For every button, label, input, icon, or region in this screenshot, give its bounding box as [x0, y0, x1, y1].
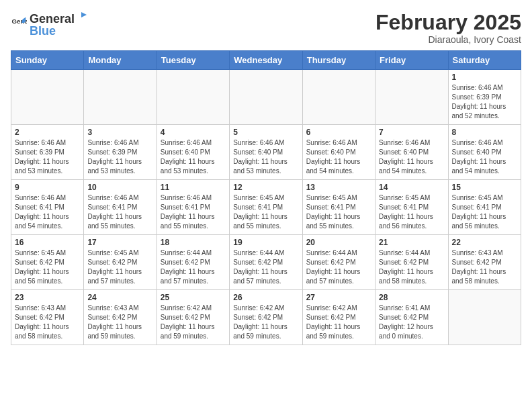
day-info: Sunrise: 6:43 AM Sunset: 6:42 PM Dayligh…: [87, 304, 152, 341]
day-number: 3: [87, 128, 152, 137]
day-number: 1: [452, 73, 517, 82]
day-info: Sunrise: 6:46 AM Sunset: 6:39 PM Dayligh…: [452, 83, 517, 121]
calendar-week-5: 23Sunrise: 6:43 AM Sunset: 6:42 PM Dayli…: [11, 290, 521, 345]
calendar-day: 4Sunrise: 6:46 AM Sunset: 6:40 PM Daylig…: [157, 125, 229, 180]
day-number: 15: [452, 183, 517, 192]
calendar-day: 12Sunrise: 6:45 AM Sunset: 6:41 PM Dayli…: [230, 180, 302, 235]
calendar-day: 1Sunrise: 6:46 AM Sunset: 6:39 PM Daylig…: [448, 70, 521, 125]
calendar-day: 13Sunrise: 6:45 AM Sunset: 6:41 PM Dayli…: [302, 180, 375, 235]
day-number: 26: [233, 293, 298, 302]
logo-blue-text: Blue: [30, 25, 87, 37]
calendar-day: 27Sunrise: 6:42 AM Sunset: 6:42 PM Dayli…: [302, 290, 375, 345]
day-number: 27: [306, 293, 371, 302]
calendar-day: 10Sunrise: 6:46 AM Sunset: 6:41 PM Dayli…: [84, 180, 157, 235]
calendar-day: 11Sunrise: 6:46 AM Sunset: 6:41 PM Dayli…: [157, 180, 229, 235]
day-number: 24: [87, 293, 152, 302]
day-info: Sunrise: 6:45 AM Sunset: 6:41 PM Dayligh…: [452, 193, 517, 231]
weekday-header-sunday: Sunday: [11, 51, 84, 70]
day-number: 11: [161, 183, 226, 192]
calendar-table: SundayMondayTuesdayWednesdayThursdayFrid…: [11, 50, 521, 345]
day-info: Sunrise: 6:46 AM Sunset: 6:40 PM Dayligh…: [379, 138, 444, 176]
day-info: Sunrise: 6:46 AM Sunset: 6:41 PM Dayligh…: [15, 193, 80, 231]
calendar-day: 19Sunrise: 6:44 AM Sunset: 6:42 PM Dayli…: [230, 235, 302, 290]
day-info: Sunrise: 6:45 AM Sunset: 6:41 PM Dayligh…: [233, 193, 298, 231]
logo-general-text: General: [30, 13, 75, 25]
day-info: Sunrise: 6:46 AM Sunset: 6:40 PM Dayligh…: [233, 138, 298, 176]
day-number: 20: [306, 238, 371, 247]
day-info: Sunrise: 6:45 AM Sunset: 6:41 PM Dayligh…: [306, 193, 371, 231]
calendar-day: 9Sunrise: 6:46 AM Sunset: 6:41 PM Daylig…: [11, 180, 84, 235]
day-info: Sunrise: 6:45 AM Sunset: 6:41 PM Dayligh…: [379, 193, 444, 231]
calendar-day: 6Sunrise: 6:46 AM Sunset: 6:40 PM Daylig…: [302, 125, 375, 180]
title-section: February 2025 Diaraoula, Ivory Coast: [375, 11, 521, 45]
day-info: Sunrise: 6:42 AM Sunset: 6:42 PM Dayligh…: [306, 304, 371, 341]
day-number: 9: [15, 183, 80, 192]
day-info: Sunrise: 6:46 AM Sunset: 6:40 PM Dayligh…: [452, 138, 517, 176]
calendar-day: 26Sunrise: 6:42 AM Sunset: 6:42 PM Dayli…: [230, 290, 302, 345]
calendar-day: [448, 290, 521, 345]
day-number: 4: [161, 128, 226, 137]
calendar-day: 2Sunrise: 6:46 AM Sunset: 6:39 PM Daylig…: [11, 125, 84, 180]
calendar-day: 14Sunrise: 6:45 AM Sunset: 6:41 PM Dayli…: [375, 180, 448, 235]
day-info: Sunrise: 6:46 AM Sunset: 6:39 PM Dayligh…: [15, 138, 80, 176]
calendar-day: 17Sunrise: 6:45 AM Sunset: 6:42 PM Dayli…: [84, 235, 157, 290]
day-number: 14: [379, 183, 444, 192]
calendar-day: 16Sunrise: 6:45 AM Sunset: 6:42 PM Dayli…: [11, 235, 84, 290]
weekday-header-friday: Friday: [375, 51, 448, 70]
day-number: 19: [233, 238, 298, 247]
weekday-header-wednesday: Wednesday: [230, 51, 302, 70]
calendar-day: 8Sunrise: 6:46 AM Sunset: 6:40 PM Daylig…: [448, 125, 521, 180]
day-info: Sunrise: 6:44 AM Sunset: 6:42 PM Dayligh…: [161, 248, 226, 286]
calendar-day: [11, 70, 84, 125]
day-number: 16: [15, 238, 80, 247]
day-info: Sunrise: 6:46 AM Sunset: 6:40 PM Dayligh…: [161, 138, 226, 176]
day-number: 17: [87, 238, 152, 247]
day-number: 2: [15, 128, 80, 137]
calendar-week-4: 16Sunrise: 6:45 AM Sunset: 6:42 PM Dayli…: [11, 235, 521, 290]
calendar-day: 22Sunrise: 6:43 AM Sunset: 6:42 PM Dayli…: [448, 235, 521, 290]
day-info: Sunrise: 6:44 AM Sunset: 6:42 PM Dayligh…: [379, 248, 444, 286]
day-number: 21: [379, 238, 444, 247]
calendar-week-3: 9Sunrise: 6:46 AM Sunset: 6:41 PM Daylig…: [11, 180, 521, 235]
day-number: 8: [452, 128, 517, 137]
day-number: 13: [306, 183, 371, 192]
day-info: Sunrise: 6:45 AM Sunset: 6:42 PM Dayligh…: [87, 248, 152, 286]
calendar-day: 18Sunrise: 6:44 AM Sunset: 6:42 PM Dayli…: [157, 235, 229, 290]
svg-marker-1: [81, 12, 87, 17]
day-number: 7: [379, 128, 444, 137]
calendar-week-1: 1Sunrise: 6:46 AM Sunset: 6:39 PM Daylig…: [11, 70, 521, 125]
day-info: Sunrise: 6:41 AM Sunset: 6:42 PM Dayligh…: [379, 304, 444, 341]
calendar-day: [375, 70, 448, 125]
logo-icon: General: [11, 16, 27, 32]
weekday-header-saturday: Saturday: [448, 51, 521, 70]
day-number: 18: [161, 238, 226, 247]
day-number: 5: [233, 128, 298, 137]
day-number: 28: [379, 293, 444, 302]
weekday-header-thursday: Thursday: [302, 51, 375, 70]
calendar-day: 20Sunrise: 6:44 AM Sunset: 6:42 PM Dayli…: [302, 235, 375, 290]
day-number: 23: [15, 293, 80, 302]
calendar-day: 3Sunrise: 6:46 AM Sunset: 6:39 PM Daylig…: [84, 125, 157, 180]
day-number: 10: [87, 183, 152, 192]
weekday-header-tuesday: Tuesday: [157, 51, 229, 70]
calendar-day: 7Sunrise: 6:46 AM Sunset: 6:40 PM Daylig…: [375, 125, 448, 180]
calendar-day: [302, 70, 375, 125]
page-header: General General Blue February 2025 Diara…: [11, 11, 521, 45]
day-info: Sunrise: 6:43 AM Sunset: 6:42 PM Dayligh…: [452, 248, 517, 286]
calendar-day: [157, 70, 229, 125]
day-info: Sunrise: 6:45 AM Sunset: 6:42 PM Dayligh…: [15, 248, 80, 286]
day-info: Sunrise: 6:44 AM Sunset: 6:42 PM Dayligh…: [233, 248, 298, 286]
location-subtitle: Diaraoula, Ivory Coast: [375, 34, 521, 45]
day-info: Sunrise: 6:43 AM Sunset: 6:42 PM Dayligh…: [15, 304, 80, 341]
calendar-day: 24Sunrise: 6:43 AM Sunset: 6:42 PM Dayli…: [84, 290, 157, 345]
logo: General General Blue: [11, 11, 87, 37]
weekday-header-row: SundayMondayTuesdayWednesdayThursdayFrid…: [11, 51, 521, 70]
day-info: Sunrise: 6:44 AM Sunset: 6:42 PM Dayligh…: [306, 248, 371, 286]
day-info: Sunrise: 6:42 AM Sunset: 6:42 PM Dayligh…: [233, 304, 298, 341]
calendar-day: 5Sunrise: 6:46 AM Sunset: 6:40 PM Daylig…: [230, 125, 302, 180]
calendar-day: 21Sunrise: 6:44 AM Sunset: 6:42 PM Dayli…: [375, 235, 448, 290]
day-number: 25: [161, 293, 226, 302]
calendar-day: 15Sunrise: 6:45 AM Sunset: 6:41 PM Dayli…: [448, 180, 521, 235]
month-title: February 2025: [375, 11, 521, 34]
calendar-day: [230, 70, 302, 125]
